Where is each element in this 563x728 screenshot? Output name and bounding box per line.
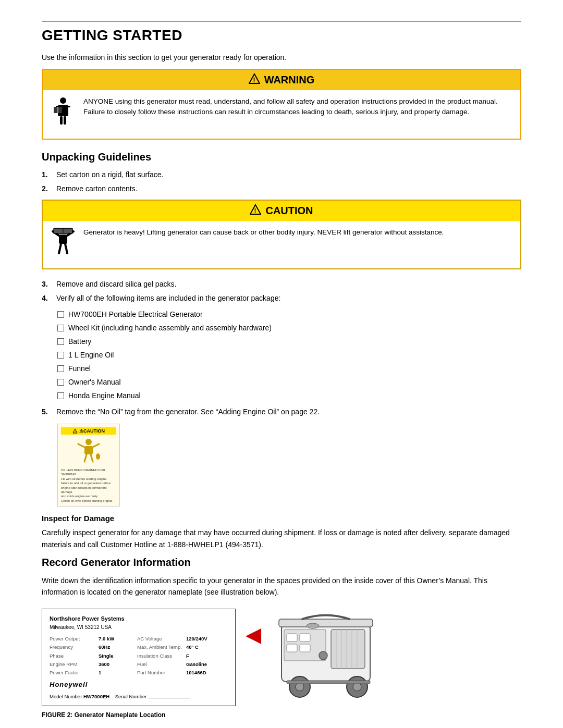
figure-caption: FIGURE 2: Generator Nameplate Location: [42, 711, 521, 719]
label-power-output: Power Output: [50, 635, 96, 643]
step-5-num: 5.: [42, 406, 51, 417]
warning-person-icon: [50, 96, 76, 132]
label-engine-rpm: Engine RPM: [50, 660, 96, 668]
svg-point-28: [96, 453, 100, 460]
label-ins-class: Insulation Class: [137, 652, 184, 660]
arrow-container: ◀: [246, 609, 261, 646]
step-5: 5. Remove the “No Oil” tag from the gene…: [42, 406, 521, 417]
checklist-item-4: 1 L Engine Oil: [57, 350, 521, 361]
checkbox-icon-4: [57, 352, 64, 359]
step-1-text: Set carton on a rigid, flat surface.: [56, 169, 163, 180]
generator-illustration: [271, 609, 396, 702]
step-2: 2. Remove carton contents.: [42, 183, 521, 194]
checkbox-icon-3: [57, 338, 64, 345]
svg-point-2: [60, 97, 66, 104]
label-phase: Phase: [50, 652, 96, 660]
val-frequency: 60Hz: [99, 643, 135, 651]
val-power-output: 7.0 kW: [99, 635, 135, 643]
nameplate-grid: Power Output 7.0 kW AC Voltage 120/240V …: [50, 635, 228, 676]
inspect-heading: Inspect for Damage: [42, 514, 521, 523]
step-2-num: 2.: [42, 183, 51, 194]
checklist-text-5: Funnel: [68, 363, 91, 374]
step-4-text: Verify all of the following items are in…: [56, 293, 280, 304]
caution-triangle-icon: !: [250, 204, 261, 218]
checklist: HW7000EH Portable Electrical Generator W…: [42, 309, 521, 401]
svg-rect-46: [287, 681, 370, 684]
nameplate-company: Northshore Power Systems: [50, 614, 228, 624]
svg-rect-5: [66, 106, 70, 107]
unpacking-heading: Unpacking Guidelines: [42, 151, 521, 163]
svg-rect-32: [287, 634, 297, 641]
warning-body: ANYONE using this generator must read, u…: [43, 90, 520, 139]
checklist-text-4: 1 L Engine Oil: [68, 350, 114, 361]
svg-rect-6: [60, 116, 63, 125]
checkbox-icon-1: [57, 311, 64, 318]
intro-text: Use the information in this section to g…: [42, 53, 521, 61]
honeywell-logo: Honeywell: [50, 680, 228, 690]
step-3-text: Remove and discard silica gel packs.: [56, 279, 176, 290]
warning-label: WARNING: [264, 74, 315, 86]
caution-tag-image: ! ⚠CAUTION OIL HAS BEEN DRAINED FOR SHIP…: [57, 424, 120, 507]
svg-line-26: [84, 454, 87, 462]
checklist-text-6: Owner's Manual: [68, 377, 121, 388]
svg-text:!: !: [253, 77, 255, 84]
caution-tag-text: OIL HAS BEEN DRAINED FOR SHIPPING Fill w…: [61, 468, 116, 503]
inspect-body: Carefully inspect generator for any dama…: [42, 527, 521, 550]
step-4: 4. Verify all of the following items are…: [42, 293, 521, 304]
nameplate-arrow-icon: ◀: [246, 624, 261, 646]
svg-rect-35: [300, 644, 310, 652]
step-3: 3. Remove and discard silica gel packs.: [42, 279, 521, 290]
checklist-item-1: HW7000EH Portable Electrical Generator: [57, 309, 521, 320]
nameplate-address: Milwaukee, WI 53212 USA: [50, 623, 228, 632]
checklist-text-1: HW7000EH Portable Electrical Generator: [68, 309, 203, 320]
caution-body: Generator is heavy! Lifting generator ca…: [43, 221, 520, 268]
unpacking-steps-list: 1. Set carton on a rigid, flat surface. …: [42, 169, 521, 194]
svg-rect-33: [300, 634, 310, 641]
val-amb-temp: 40° C: [186, 643, 228, 651]
checklist-text-7: Honda Engine Manual: [68, 390, 141, 401]
record-body: Write down the identification informatio…: [42, 575, 521, 598]
caution-text: Generator is heavy! Lifting generator ca…: [83, 227, 444, 238]
caution-header: ! CAUTION: [43, 201, 520, 221]
checklist-item-3: Battery: [57, 336, 521, 347]
step-5-text: Remove the “No Oil” tag from the generat…: [56, 406, 320, 417]
caution-lift-icon: [50, 227, 76, 262]
label-ac-voltage: AC Voltage: [137, 635, 184, 643]
model-serial: Model Number HW7000EH Serial Number: [50, 693, 228, 700]
checkbox-icon-7: [57, 392, 64, 399]
svg-rect-13: [59, 235, 67, 244]
step-4-num: 4.: [42, 293, 51, 304]
svg-line-19: [65, 244, 67, 253]
steps-3-4-list: 3. Remove and discard silica gel packs. …: [42, 279, 521, 304]
label-power-factor: Power Factor: [50, 669, 96, 676]
label-part-number: Part Number: [137, 669, 184, 676]
svg-text:!: !: [254, 207, 256, 215]
val-engine-rpm: 3600: [99, 660, 135, 668]
svg-point-22: [85, 439, 92, 445]
svg-line-18: [59, 244, 61, 253]
checklist-text-2: Wheel Kit (including handle assembly and…: [68, 323, 272, 334]
val-ins-class: F: [186, 652, 228, 660]
checklist-item-7: Honda Engine Manual: [57, 390, 521, 401]
checkbox-icon-6: [57, 379, 64, 386]
val-ac-voltage: 120/240V: [186, 635, 228, 643]
val-power-factor: 1: [99, 669, 135, 676]
checklist-text-3: Battery: [68, 336, 91, 347]
val-part-number: 101466D: [186, 669, 228, 676]
record-heading: Record Generator Information: [42, 557, 521, 569]
step-2-text: Remove carton contents.: [56, 183, 138, 194]
svg-line-25: [93, 444, 99, 447]
svg-line-27: [91, 454, 93, 462]
checklist-item-2: Wheel Kit (including handle assembly and…: [57, 323, 521, 334]
svg-point-48: [319, 651, 327, 660]
label-amb-temp: Max. Ambient Temp.: [137, 643, 184, 651]
label-frequency: Frequency: [50, 643, 96, 651]
model-value: HW7000EH: [83, 694, 109, 699]
figure-area: Northshore Power Systems Milwaukee, WI 5…: [42, 609, 521, 707]
caution-box: ! CAUTION Generator is heavy! Lifting ge…: [42, 200, 521, 269]
label-fuel: Fuel: [137, 660, 184, 668]
checkbox-icon-2: [57, 325, 64, 331]
svg-rect-30: [279, 619, 373, 627]
val-phase: Single: [99, 652, 135, 660]
warning-triangle-icon: !: [249, 73, 260, 87]
